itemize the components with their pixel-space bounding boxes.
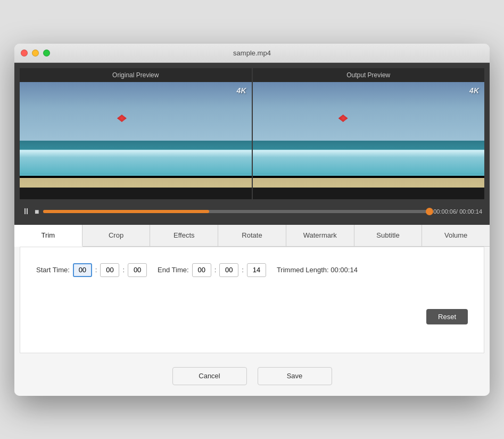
progress-fill xyxy=(43,210,209,213)
sep-3: : xyxy=(214,266,217,274)
bottom-bar-2 xyxy=(253,188,485,199)
maximize-button[interactable] xyxy=(43,50,50,56)
window-controls xyxy=(21,50,50,56)
pause-button[interactable]: ⏸ xyxy=(22,207,30,216)
original-video-frame: 4K xyxy=(20,82,252,199)
end-minutes-input[interactable] xyxy=(219,263,238,277)
reset-button[interactable]: Reset xyxy=(426,309,468,324)
output-preview-label: Output Preview xyxy=(253,68,485,82)
original-preview-panel: Original Preview 4K xyxy=(20,68,252,199)
progress-bar[interactable] xyxy=(43,210,429,213)
action-buttons: Cancel Save xyxy=(14,359,490,396)
output-video-frame: 4K xyxy=(253,82,485,199)
waves-bg xyxy=(20,150,252,173)
tab-crop[interactable]: Crop xyxy=(82,225,151,246)
bottom-section: Trim Crop Effects Rotate Watermark Subti… xyxy=(14,225,490,396)
end-time-group: End Time: : : xyxy=(158,263,266,277)
preview-area: Original Preview 4K Output Preview xyxy=(20,68,484,199)
save-button[interactable]: Save xyxy=(258,367,332,385)
tab-subtitle[interactable]: Subtitle xyxy=(354,225,423,246)
tab-volume[interactable]: Volume xyxy=(422,225,490,246)
window-title: sample.mp4 xyxy=(233,49,271,57)
kite-shape xyxy=(117,115,127,122)
trimmed-length-display: Trimmed Length: 00:00:14 xyxy=(277,266,358,274)
start-minutes-input[interactable] xyxy=(100,263,119,277)
titlebar: sample.mp4 xyxy=(14,44,490,63)
tab-trim[interactable]: Trim xyxy=(14,225,82,247)
kite-object xyxy=(117,115,127,122)
reset-btn-row: Reset xyxy=(36,309,468,324)
minimize-button[interactable] xyxy=(32,50,39,56)
4k-tag: 4K xyxy=(237,86,246,95)
output-preview-panel: Output Preview 4K xyxy=(253,68,485,199)
tab-rotate[interactable]: Rotate xyxy=(218,225,286,246)
kite-object-2 xyxy=(338,115,348,122)
waves-bg-2 xyxy=(253,150,485,173)
time-display: 00:00:06/ 00:00:14 xyxy=(433,208,482,215)
start-seconds-input[interactable] xyxy=(128,263,147,277)
sky-bg-2 xyxy=(253,82,485,147)
original-preview-label: Original Preview xyxy=(20,68,252,82)
start-hours-input[interactable] xyxy=(73,263,92,277)
sep-1: : xyxy=(95,266,97,274)
trim-row: Start Time: : : End Time: : : Trimme xyxy=(36,263,468,277)
tab-watermark[interactable]: Watermark xyxy=(286,225,354,246)
bottom-bar xyxy=(20,188,252,199)
cancel-button[interactable]: Cancel xyxy=(172,367,247,385)
trimmed-length-label: Trimmed Length: xyxy=(277,266,329,274)
start-time-group: Start Time: : : xyxy=(36,263,147,277)
stop-button[interactable]: ■ xyxy=(35,207,39,216)
4k-tag-2: 4K xyxy=(469,86,479,95)
video-section: Original Preview 4K Output Preview xyxy=(14,63,490,225)
kite-shape-2 xyxy=(338,115,348,122)
main-window: sample.mp4 Original Preview 4K xyxy=(14,44,490,396)
sky-bg xyxy=(20,82,252,147)
tabs-row: Trim Crop Effects Rotate Watermark Subti… xyxy=(14,225,490,247)
end-time-label: End Time: xyxy=(158,266,189,274)
end-hours-input[interactable] xyxy=(192,263,211,277)
trimmed-length-value: 00:00:14 xyxy=(331,266,358,274)
tab-content-trim: Start Time: : : End Time: : : Trimme xyxy=(20,247,484,353)
playback-controls: ⏸ ■ 00:00:06/ 00:00:14 xyxy=(20,204,484,220)
start-time-label: Start Time: xyxy=(36,266,70,274)
sep-4: : xyxy=(242,266,244,274)
end-seconds-input[interactable] xyxy=(247,263,266,277)
sep-2: : xyxy=(122,266,125,274)
tab-effects[interactable]: Effects xyxy=(150,225,218,246)
progress-handle[interactable] xyxy=(426,208,433,215)
close-button[interactable] xyxy=(21,50,28,56)
